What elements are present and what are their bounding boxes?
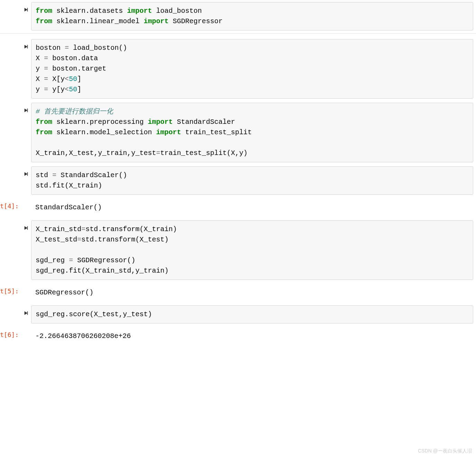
output-cell: t[4]:StandardScaler() (0, 197, 476, 218)
code-cell: sgd_reg.score(X_test,y_test) (0, 303, 476, 326)
output-text: -2.2664638706260208e+26 (31, 328, 473, 345)
code-input[interactable]: boston = load_boston() X = boston.data y… (31, 39, 473, 99)
svg-rect-3 (27, 172, 28, 176)
run-cell-icon[interactable] (24, 170, 28, 178)
code-cell: # 首先要进行数据归一化 from sklearn.preprocessing … (0, 101, 476, 164)
input-prompt (0, 2, 21, 6)
cell-separator (0, 33, 476, 34)
input-prompt (0, 103, 21, 106)
code-input[interactable]: std = StandardScaler() std.fit(X_train) (31, 166, 473, 195)
run-cell-icon[interactable] (24, 106, 28, 115)
svg-rect-0 (27, 8, 28, 12)
output-prompt: t[5]: (0, 284, 21, 295)
input-prompt (0, 39, 21, 43)
code-input[interactable]: # 首先要进行数据归一化 from sklearn.preprocessing … (31, 103, 473, 162)
code-input[interactable]: sgd_reg.score(X_test,y_test) (31, 305, 473, 323)
code-input[interactable]: X_train_std=std.transform(X_train) X_tes… (31, 220, 473, 280)
output-prompt: t[4]: (0, 199, 21, 210)
code-cell: boston = load_boston() X = boston.data y… (0, 37, 476, 101)
code-cell: std = StandardScaler() std.fit(X_train) (0, 164, 476, 197)
run-cell-icon[interactable] (24, 43, 28, 51)
run-cell-icon[interactable] (24, 309, 28, 317)
input-prompt (0, 305, 21, 309)
output-text: SGDRegressor() (31, 284, 473, 301)
code-input[interactable]: from sklearn.datasets import load_boston… (31, 2, 473, 30)
input-prompt (0, 166, 21, 170)
code-cell: from sklearn.datasets import load_boston… (0, 0, 476, 33)
output-cell: t[6]:-2.2664638706260208e+26 (0, 326, 476, 347)
run-cell-icon[interactable] (24, 224, 28, 232)
run-cell-icon[interactable] (24, 6, 28, 14)
svg-rect-4 (27, 226, 28, 230)
svg-rect-2 (27, 109, 28, 112)
output-text: StandardScaler() (31, 199, 473, 216)
svg-rect-5 (27, 311, 28, 315)
notebook-container: from sklearn.datasets import load_boston… (0, 0, 476, 347)
input-prompt (0, 220, 21, 224)
output-cell: t[5]:SGDRegressor() (0, 282, 476, 303)
svg-rect-1 (27, 45, 28, 49)
code-cell: X_train_std=std.transform(X_train) X_tes… (0, 218, 476, 282)
output-prompt: t[6]: (0, 328, 21, 338)
